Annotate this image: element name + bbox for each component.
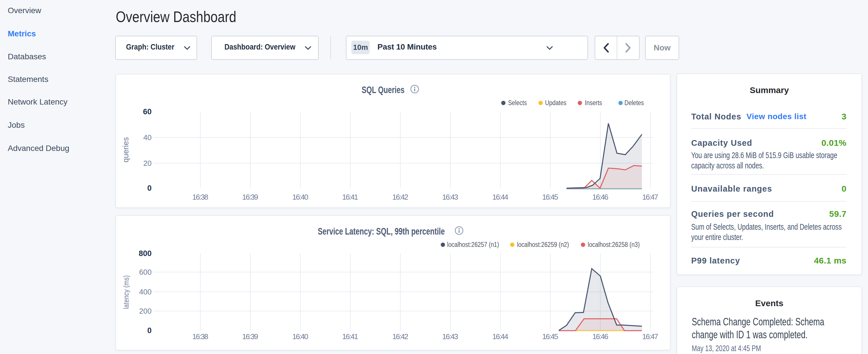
svg-text:40: 40	[143, 133, 152, 142]
svg-text:16:42: 16:42	[392, 332, 408, 341]
svg-text:400: 400	[139, 288, 152, 296]
svg-text:20: 20	[143, 159, 152, 167]
svg-text:800: 800	[139, 249, 152, 258]
svg-text:16:41: 16:41	[342, 332, 358, 341]
svg-text:16:47: 16:47	[642, 332, 658, 341]
svg-text:16:44: 16:44	[492, 332, 508, 341]
svg-text:16:38: 16:38	[192, 193, 208, 201]
svg-text:16:47: 16:47	[642, 193, 658, 201]
svg-text:latency (ms): latency (ms)	[122, 275, 130, 309]
svg-text:16:46: 16:46	[592, 193, 608, 201]
svg-text:16:39: 16:39	[242, 193, 258, 201]
svg-text:16:44: 16:44	[492, 193, 508, 201]
svg-text:16:45: 16:45	[542, 332, 558, 341]
svg-text:600: 600	[139, 268, 152, 277]
svg-text:16:46: 16:46	[592, 332, 608, 341]
svg-text:queries: queries	[122, 137, 130, 163]
svg-text:16:42: 16:42	[392, 193, 408, 201]
svg-text:16:39: 16:39	[242, 332, 258, 341]
svg-text:60: 60	[143, 107, 152, 116]
svg-text:0: 0	[147, 184, 152, 192]
svg-text:16:45: 16:45	[542, 193, 558, 201]
svg-text:16:40: 16:40	[292, 332, 308, 341]
svg-text:16:43: 16:43	[442, 193, 458, 201]
svg-text:16:38: 16:38	[192, 332, 208, 341]
svg-text:16:41: 16:41	[342, 193, 358, 201]
svg-text:16:43: 16:43	[442, 332, 458, 341]
svg-text:0: 0	[147, 326, 152, 335]
svg-text:16:40: 16:40	[292, 193, 308, 201]
svg-text:200: 200	[139, 307, 152, 315]
